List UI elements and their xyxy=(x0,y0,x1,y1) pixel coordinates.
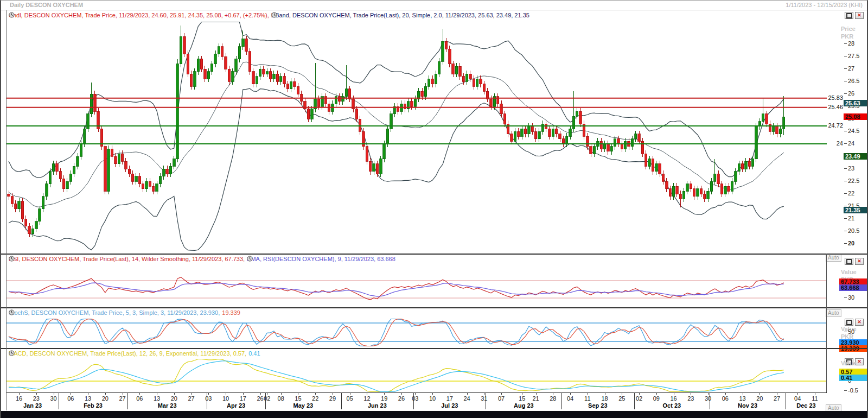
month-label: Sep 23 xyxy=(561,402,634,409)
month-label: Mar 23 xyxy=(127,402,207,409)
candle-down xyxy=(503,114,506,124)
candle-down xyxy=(104,147,106,192)
day-label: 06 xyxy=(136,395,143,402)
price-panel-axis-tick: 21 xyxy=(844,215,854,221)
candle-up xyxy=(779,129,781,134)
candle-up xyxy=(731,181,733,191)
candle-up xyxy=(145,181,148,189)
day-label: 24 xyxy=(463,395,470,402)
price-panel-legend-segment[interactable]: BBand, DESCON OXYCHEM, Trade Price(Last)… xyxy=(271,12,529,18)
candle-up xyxy=(593,147,595,154)
day-label: 08 xyxy=(278,395,284,402)
rsi-panel-auto-button[interactable]: Auto xyxy=(826,309,841,317)
price-panel-axis-title: PKR xyxy=(841,33,853,40)
macd-panel-axis-tick: -0.5 xyxy=(844,387,858,394)
candle-down xyxy=(741,164,743,169)
candle-down xyxy=(662,174,664,181)
rsi-panel-legend-segment[interactable]: EMA, RSI(DESCON OXYCHEM), 9, 11/29/2023,… xyxy=(247,256,395,262)
candle-down xyxy=(690,184,692,189)
candle-wicks-down xyxy=(9,33,777,237)
window-bottom-edge xyxy=(1,411,867,418)
price-panel-axis-tick: 24 xyxy=(844,140,854,147)
candle-up xyxy=(194,72,196,87)
stoch-panel-minimize-button[interactable] xyxy=(845,319,853,326)
day-tick xyxy=(174,392,175,395)
candle-up xyxy=(52,164,54,172)
day-label: 17 xyxy=(446,395,453,402)
candle-up xyxy=(773,126,775,131)
candle-down xyxy=(720,184,723,194)
candle-down xyxy=(652,159,654,172)
candle-down xyxy=(59,172,61,179)
candle-up xyxy=(631,139,633,147)
panel-separator xyxy=(1,348,867,349)
candle-up xyxy=(42,197,44,209)
day-label: 19 xyxy=(381,395,387,402)
day-label: 18 xyxy=(601,395,608,402)
candle-up xyxy=(682,191,685,199)
stoch-panel-legend-segment[interactable]: 19.339 xyxy=(222,309,240,316)
day-label: 15 xyxy=(295,395,301,402)
rsi-panel-close-button[interactable]: ✕ xyxy=(855,258,864,265)
candle-up xyxy=(541,124,544,131)
candle-up xyxy=(218,47,220,54)
day-tick xyxy=(36,392,37,395)
day-tick xyxy=(450,392,450,395)
price-panel-value-badge: 25.63 xyxy=(844,100,868,106)
day-tick xyxy=(588,392,588,395)
stoch-panel-legend-segment[interactable]: StochS, DESCON OXYCHEM, Trade Price, 5, … xyxy=(9,309,220,316)
day-tick xyxy=(467,392,468,395)
candle-down xyxy=(187,54,189,74)
candle-up xyxy=(424,86,426,96)
price-panel-axis-tick: 27 xyxy=(844,65,854,72)
day-label: 16 xyxy=(670,395,676,402)
day-tick xyxy=(725,392,726,395)
day-label: 27 xyxy=(188,395,194,402)
candle-down xyxy=(559,134,561,139)
candle-down xyxy=(531,126,533,131)
candle-up xyxy=(576,111,578,116)
month-label: Jan 23 xyxy=(7,402,59,409)
level-label: 24 xyxy=(828,140,843,147)
rsi-panel-axis-tick: 30 xyxy=(844,294,854,301)
candle-down xyxy=(452,64,454,74)
candle-up xyxy=(738,164,740,172)
candle-up xyxy=(745,161,747,169)
price-panel-close-button[interactable]: ✕ xyxy=(855,12,864,19)
candle-up xyxy=(735,172,737,181)
day-tick xyxy=(501,392,502,395)
candle-down xyxy=(62,179,65,188)
rsi-chart-canvas xyxy=(7,264,827,307)
time-axis-line xyxy=(7,392,827,393)
plot-left-border xyxy=(6,10,7,410)
candle-up xyxy=(751,159,754,167)
candle-down xyxy=(473,79,475,86)
macd-panel-legend-segment[interactable]: MACD, DESCON OXYCHEM, Trade Price(Last),… xyxy=(9,350,246,357)
candle-up xyxy=(697,189,699,197)
candle-down xyxy=(252,72,254,84)
day-label: 05 xyxy=(347,395,353,402)
candle-down xyxy=(669,189,671,197)
price-panel-axis-title: Price xyxy=(841,26,856,32)
candle-down xyxy=(369,161,372,171)
macd-panel-legend-segment[interactable]: 0.41 xyxy=(248,350,260,357)
price-panel-auto-button[interactable]: Auto xyxy=(826,254,841,262)
clock-icon xyxy=(9,309,15,315)
price-panel-axis-tick: 27.5 xyxy=(844,53,859,59)
price-panel-value-badge: 23.49 xyxy=(844,153,868,160)
candle-up xyxy=(672,186,674,196)
rsi-panel-legend-segment[interactable]: RSI, DESCON OXYCHEM, Trade Price(Last), … xyxy=(9,256,245,262)
candle-down xyxy=(248,52,251,72)
candle-up xyxy=(714,174,716,181)
price-panel-legend-segment[interactable]: Cndl, DESCON OXYCHEM, Trade Price, 11/29… xyxy=(9,12,269,18)
candle-up xyxy=(159,176,161,184)
day-label: 27 xyxy=(119,395,125,402)
stoch-panel-close-button[interactable]: ✕ xyxy=(855,319,864,326)
bollinger-lower-band xyxy=(9,88,784,250)
candle-up xyxy=(373,164,375,172)
candle-up xyxy=(521,129,523,136)
candle-down xyxy=(324,97,327,104)
price-panel-minimize-button[interactable] xyxy=(845,12,853,19)
candle-up xyxy=(207,72,209,79)
rsi-panel-minimize-button[interactable] xyxy=(845,258,853,265)
